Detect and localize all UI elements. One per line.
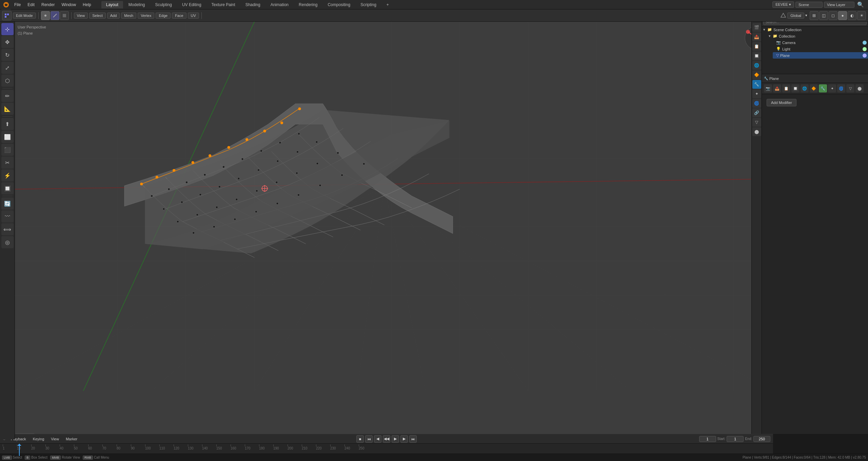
object-tab[interactable]: 🔶: [810, 84, 818, 92]
overlay-button[interactable]: ⊞: [810, 11, 818, 20]
workspace-layout[interactable]: Layout: [101, 1, 123, 8]
tool-rotate[interactable]: ↻: [1, 49, 14, 61]
current-frame-input[interactable]: 1: [699, 436, 716, 442]
select-menu[interactable]: Select: [89, 13, 106, 19]
jump-start-button[interactable]: ⏮: [365, 435, 373, 443]
start-frame-input[interactable]: 1: [727, 436, 744, 442]
render-properties-icon[interactable]: 🎬: [752, 23, 761, 32]
tool-smooth[interactable]: 〰: [1, 210, 14, 223]
mode-icon[interactable]: [2, 11, 12, 20]
menu-edit[interactable]: Edit: [24, 1, 38, 8]
vertex-select-mode[interactable]: [41, 11, 50, 20]
material-tab[interactable]: ⬤: [855, 84, 864, 92]
search-icon[interactable]: 🔍: [856, 1, 865, 8]
tool-measure[interactable]: 📐: [1, 103, 14, 115]
transform-dropdown[interactable]: ▾: [805, 13, 807, 18]
view-layer-selector[interactable]: View Layer: [824, 2, 854, 8]
edge-menu[interactable]: Edge: [156, 13, 171, 19]
main-viewport[interactable]: User Perspective (1) Plane X -X Z Y ⊞ ⚙: [15, 22, 773, 439]
tool-cursor[interactable]: ⊹: [1, 23, 14, 35]
tool-shrink-fatten[interactable]: ◎: [1, 236, 14, 248]
tree-scene-collection[interactable]: ▾ 📁 Scene Collection: [762, 26, 868, 33]
timeline-keying-menu[interactable]: Keying: [31, 436, 46, 442]
tree-collection[interactable]: ▾ 📁 Collection: [767, 33, 868, 39]
workspace-rendering[interactable]: Rendering: [294, 1, 322, 8]
object-properties-icon[interactable]: 🔶: [752, 70, 761, 79]
output-properties-icon[interactable]: 📤: [752, 33, 761, 41]
tool-annotate[interactable]: ✏: [1, 90, 14, 102]
menu-help[interactable]: Help: [79, 1, 95, 8]
menu-file[interactable]: File: [11, 1, 24, 8]
tool-bevel[interactable]: ⬛: [1, 144, 14, 156]
end-frame-input[interactable]: 250: [753, 436, 770, 442]
modifier-tab[interactable]: 🔧: [819, 84, 827, 92]
tool-poly-build[interactable]: 🔲: [1, 182, 14, 194]
prev-frame-button[interactable]: ◀: [374, 435, 381, 443]
tool-move[interactable]: ✥: [1, 36, 14, 48]
tree-camera[interactable]: 📷 Camera: [773, 39, 868, 46]
workspace-shading[interactable]: Shading: [241, 1, 265, 8]
stop-button[interactable]: ■: [356, 435, 364, 443]
tool-loop-cut[interactable]: ✂: [1, 156, 14, 169]
tool-knife[interactable]: ⚡: [1, 169, 14, 182]
next-frame-button[interactable]: ▶: [400, 435, 408, 443]
view-menu[interactable]: View: [74, 13, 88, 19]
face-select-mode[interactable]: [60, 11, 69, 20]
workspace-compositing[interactable]: Compositing: [323, 1, 355, 8]
view-layer-properties-icon[interactable]: 📋: [752, 42, 761, 51]
output-tab[interactable]: 📤: [773, 84, 781, 92]
tool-extrude[interactable]: ⬆: [1, 118, 14, 130]
tool-scale[interactable]: ⤢: [1, 62, 14, 74]
workspace-sculpting[interactable]: Sculpting: [151, 1, 177, 8]
constraints-icon[interactable]: 🔗: [752, 108, 761, 117]
play-reverse-button[interactable]: ◀◀: [383, 435, 390, 443]
workspace-add[interactable]: +: [382, 1, 394, 8]
vertex-menu[interactable]: Vertex: [138, 13, 154, 19]
face-menu[interactable]: Face: [172, 13, 186, 19]
particles-tab[interactable]: ✦: [828, 84, 836, 92]
playhead[interactable]: [19, 444, 20, 456]
edge-select-mode[interactable]: [51, 11, 59, 20]
tool-transform[interactable]: ⬡: [1, 75, 14, 87]
tool-inset[interactable]: ⬜: [1, 131, 14, 143]
workspace-modeling[interactable]: Modeling: [124, 1, 150, 8]
particles-icon[interactable]: ✦: [752, 89, 761, 98]
xray-button[interactable]: ◫: [819, 11, 828, 20]
menu-window[interactable]: Window: [58, 1, 79, 8]
tool-edge-slide[interactable]: ⟺: [1, 223, 14, 235]
wireframe-shading[interactable]: ◻: [829, 11, 837, 20]
data-properties-icon[interactable]: ▽: [752, 118, 761, 127]
tool-spin[interactable]: 🔄: [1, 197, 14, 210]
timeline-view-menu[interactable]: View: [49, 436, 61, 442]
material-shading[interactable]: ◐: [848, 11, 856, 20]
tree-light[interactable]: 💡 Light: [773, 46, 868, 52]
world-properties-icon[interactable]: 🌐: [752, 61, 761, 70]
menu-render[interactable]: Render: [38, 1, 58, 8]
mode-selector[interactable]: Edit Mode: [13, 13, 36, 19]
mesh-menu[interactable]: Mesh: [121, 13, 136, 19]
scene-properties-icon[interactable]: 🔲: [752, 51, 761, 60]
solid-shading[interactable]: ●: [838, 11, 847, 20]
play-button[interactable]: ▶: [392, 435, 399, 443]
scene-selector[interactable]: Scene: [795, 2, 823, 8]
transform-space[interactable]: Global: [787, 13, 804, 19]
workspace-scripting[interactable]: Scripting: [356, 1, 381, 8]
render-tab[interactable]: 📷: [764, 84, 772, 92]
workspace-texture-paint[interactable]: Texture Paint: [207, 1, 240, 8]
tree-plane[interactable]: ▽ Plane: [773, 52, 868, 59]
physics-tab[interactable]: 🌀: [837, 84, 845, 92]
data-tab[interactable]: ▽: [846, 84, 854, 92]
scene-tab[interactable]: 🔲: [791, 84, 800, 92]
viewlayer-tab[interactable]: 📋: [782, 84, 790, 92]
add-menu[interactable]: Add: [107, 13, 120, 19]
uv-menu[interactable]: UV: [188, 13, 199, 19]
rendered-shading[interactable]: ☀: [857, 11, 866, 20]
world-tab[interactable]: 🌐: [801, 84, 809, 92]
render-engine-selector[interactable]: EEVEE ▾: [772, 1, 794, 8]
modifier-properties-icon[interactable]: 🔧: [752, 80, 761, 89]
workspace-animation[interactable]: Animation: [266, 1, 293, 8]
add-modifier-button[interactable]: Add Modifier: [767, 99, 796, 106]
jump-end-button[interactable]: ⏭: [409, 435, 417, 443]
timeline-marker-menu[interactable]: Marker: [64, 436, 79, 442]
workspace-uv-editing[interactable]: UV Editing: [177, 1, 206, 8]
